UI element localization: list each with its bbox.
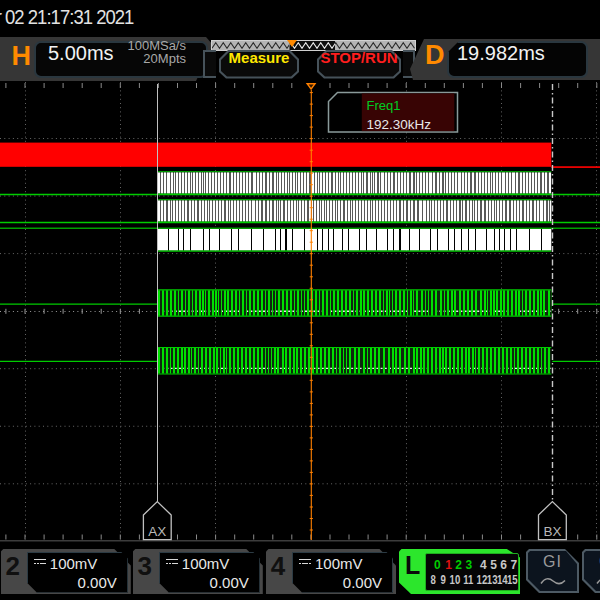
- svg-text:AX: AX: [148, 524, 166, 539]
- svg-text:192.30kHz: 192.30kHz: [367, 117, 432, 132]
- svg-text:Freq1: Freq1: [367, 98, 401, 113]
- svg-text:BX: BX: [543, 524, 561, 539]
